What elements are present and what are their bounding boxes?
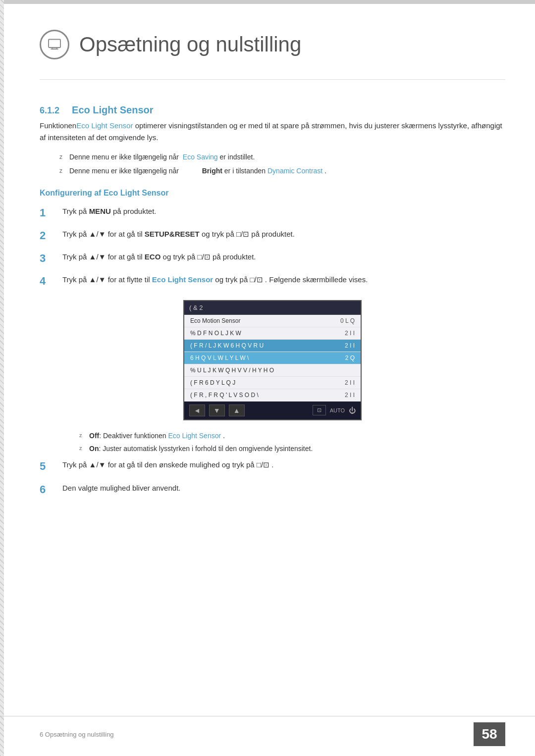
intro-paragraph: FunktionenEco Light Sensor optimerer vis…: [40, 120, 505, 144]
menu-row-1: % D F N O L J K W 2 I I: [184, 327, 361, 340]
step-5: 5 Tryk på ▲/▼ for at gå til den ønskede …: [40, 459, 505, 475]
menu-row-5: ( F R 6 D Y L Q J 2 I I: [184, 377, 361, 389]
restriction-list: Denne menu er ikke tilgængelig når Eco S…: [59, 151, 505, 177]
step-2: 2 Tryk på ▲/▼ for at gå til SETUP&RESET …: [40, 228, 505, 244]
main-content: Opsætning og nulstilling 6.1.2 Eco Light…: [40, 0, 505, 498]
step-1: 1 Tryk på MENU på produktet.: [40, 205, 505, 221]
left-stripe: [0, 0, 4, 756]
page-title: Opsætning og nulstilling: [79, 33, 301, 56]
nav-prev-btn[interactable]: ◄: [189, 404, 205, 416]
menu-row-4: % U L J K W Q H V V / H Y H O: [184, 364, 361, 377]
nav-monitor-icon: ⊡: [313, 405, 326, 415]
section-number: 6.1.2 Eco Light Sensor: [40, 104, 505, 116]
footer: 6 Opsætning og nulstilling 58: [0, 716, 535, 746]
screenshot-menu: Eco Motion Sensor 0 L Q % D F N O L J K …: [184, 315, 361, 402]
nav-power-icon: ⏻: [349, 406, 356, 414]
steps-list: 1 Tryk på MENU på produktet. 2 Tryk på ▲…: [40, 205, 505, 290]
screenshot-box: ( & 2 Eco Motion Sensor 0 L Q % D F N O …: [183, 300, 362, 420]
screenshot-container: ( & 2 Eco Motion Sensor 0 L Q % D F N O …: [40, 300, 505, 420]
menu-row-3: 6 H Q V L W L Y L W \ 2 Q: [184, 352, 361, 364]
monitor-icon: [47, 37, 62, 52]
sub-bullet-list: Off: Deaktiver funktionen Eco Light Sens…: [69, 430, 505, 454]
page-wrapper: Opsætning og nulstilling 6.1.2 Eco Light…: [0, 0, 535, 756]
section-icon: [40, 30, 69, 59]
sub-bullet-off: Off: Deaktiver funktionen Eco Light Sens…: [79, 430, 505, 441]
menu-row-0: Eco Motion Sensor 0 L Q: [184, 315, 361, 327]
screenshot-nav-bar: ◄ ▼ ▲ ⊡ AUTO ⏻: [184, 402, 361, 419]
step-4: 4 Tryk på ▲/▼ for at flytte til Eco Ligh…: [40, 274, 505, 290]
nav-up-btn[interactable]: ▲: [229, 404, 245, 416]
sub-bullet-on: On: Juster automatisk lysstyrken i forho…: [79, 443, 505, 454]
step-6: 6 Den valgte mulighed bliver anvendt.: [40, 482, 505, 498]
step-3: 3 Tryk på ▲/▼ for at gå til ECO og tryk …: [40, 251, 505, 267]
page-number: 58: [474, 722, 505, 746]
top-stripe: [0, 0, 535, 4]
menu-row-6: ( F R , F R Q ' L V S O D \ 2 I I: [184, 389, 361, 402]
steps-list-2: 5 Tryk på ▲/▼ for at gå til den ønskede …: [40, 459, 505, 498]
svg-rect-0: [49, 40, 60, 48]
footer-text: 6 Opsætning og nulstilling: [40, 731, 114, 738]
nav-auto-label: AUTO: [330, 407, 345, 413]
config-heading: Konfigurering af Eco Light Sensor: [40, 189, 505, 198]
bullet-item-2: Denne menu er ikke tilgængelig når Brigh…: [59, 165, 505, 176]
menu-row-2: ( F R / L J K W 6 H Q V R U 2 I I: [184, 340, 361, 352]
screenshot-title: ( & 2: [184, 301, 361, 315]
bullet-item-1: Denne menu er ikke tilgængelig når Eco S…: [59, 151, 505, 162]
header-section: Opsætning og nulstilling: [40, 20, 505, 80]
nav-down-btn[interactable]: ▼: [209, 404, 225, 416]
